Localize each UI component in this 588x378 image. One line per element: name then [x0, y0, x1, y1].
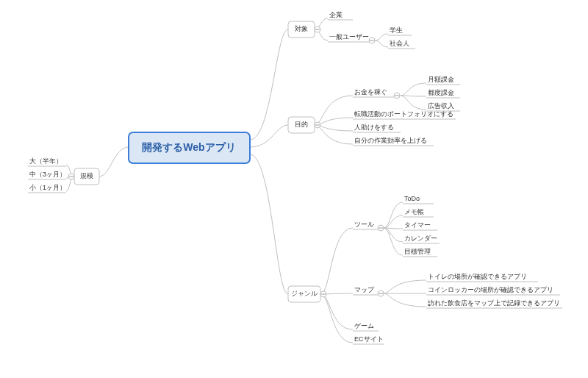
- node-target-label: 対象: [295, 25, 308, 32]
- leaf-help[interactable]: 人助けをする: [354, 124, 394, 131]
- leaf-ads[interactable]: 広告収入: [428, 102, 454, 110]
- leaf-target-general[interactable]: 一般ユーザー: [329, 33, 369, 40]
- mindmap-canvas[interactable]: 開発するWebアプリ 規模 大（半年） 中（3ヶ月） 小（1ヶ月） 対象 企業 …: [0, 0, 588, 378]
- leaf-perpay[interactable]: 都度課金: [428, 89, 454, 96]
- leaf-game[interactable]: ゲーム: [354, 322, 374, 329]
- leaf-target-corp[interactable]: 企業: [329, 11, 343, 18]
- leaf-student[interactable]: 学生: [390, 26, 403, 34]
- leaf-scale-small[interactable]: 小（1ヶ月）: [29, 184, 66, 191]
- leaf-scale-large[interactable]: 大（半年）: [29, 157, 62, 165]
- leaf-todo[interactable]: ToDo: [404, 195, 420, 202]
- node-scale-label: 規模: [80, 172, 93, 179]
- leaf-scale-mid[interactable]: 中（3ヶ月）: [29, 171, 66, 178]
- leaf-efficiency[interactable]: 自分の作業効率を上げる: [354, 137, 427, 144]
- leaf-toilet[interactable]: トイレの場所が確認できるアプリ: [428, 273, 527, 280]
- leaf-adult[interactable]: 社会人: [390, 40, 409, 47]
- leaf-portfolio[interactable]: 転職活動のポートフォリオにする: [354, 110, 453, 118]
- leaf-timer[interactable]: タイマー: [404, 221, 431, 229]
- node-purpose-label: 目的: [295, 121, 308, 128]
- leaf-tool[interactable]: ツール: [354, 221, 374, 228]
- leaf-restaurant[interactable]: 訪れた飲食店をマップ上で記録できるアプリ: [428, 299, 560, 307]
- leaf-ec[interactable]: ECサイト: [354, 335, 384, 343]
- leaf-memo[interactable]: メモ帳: [404, 208, 424, 215]
- leaf-locker[interactable]: コインロッカーの場所が確認できるアプリ: [428, 286, 553, 293]
- leaf-calendar[interactable]: カレンダー: [404, 235, 437, 242]
- leaf-goal[interactable]: 目標管理: [404, 248, 431, 255]
- leaf-map[interactable]: マップ: [354, 286, 375, 293]
- leaf-monthly[interactable]: 月額課金: [428, 76, 454, 83]
- leaf-money[interactable]: お金を稼ぐ: [354, 88, 387, 96]
- node-genre-label: ジャンル: [291, 290, 318, 297]
- root-label: 開発するWebアプリ: [142, 141, 235, 153]
